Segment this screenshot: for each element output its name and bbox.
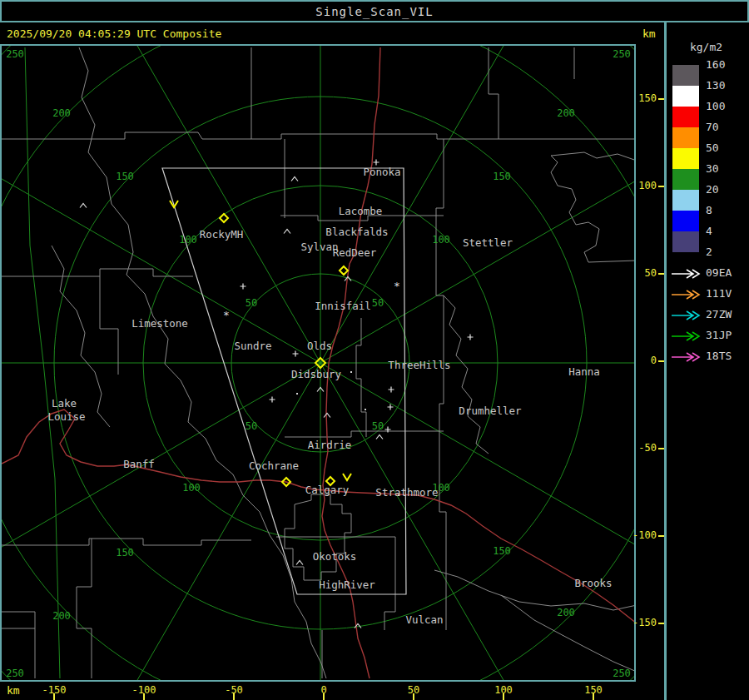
town-caret-marker: [376, 435, 383, 439]
town-caret-marker: [291, 177, 298, 181]
range-ring-label: 250: [613, 668, 631, 679]
city-label: Limestone: [131, 317, 188, 330]
city-label: Banff: [123, 458, 155, 470]
town-plus-marker: [468, 335, 474, 340]
legend-value-label: 100: [706, 100, 742, 112]
range-ring-label: 200: [557, 107, 575, 119]
bottom-axis-tick: [53, 693, 55, 700]
city-label: RockyMH: [200, 228, 244, 241]
town-asterisk-marker: *: [394, 280, 400, 292]
range-ring-label: 150: [493, 545, 511, 557]
radar-site-diamond-marker: [340, 266, 348, 275]
station-arrow-111V: [670, 289, 703, 300]
legend-color-swatch: [672, 211, 699, 231]
scan-timestamp: 2025/09/20 04:05:29 UTC Composite: [7, 27, 221, 40]
town-dot-marker: [398, 494, 399, 496]
city-label: Cochrane: [249, 459, 299, 472]
radar-map[interactable]: 5010015020025050100150200250501001502002…: [2, 46, 634, 680]
right-axis-label: 150: [623, 92, 657, 104]
station-arrow-18TS: [670, 351, 703, 363]
bottom-axis: km -150-100-50050100150: [0, 683, 664, 700]
right-axis-tick: [658, 98, 664, 100]
range-ring-label: 50: [372, 297, 384, 309]
range-ring-label: 50: [246, 297, 257, 309]
right-axis-tick: [658, 273, 664, 275]
station-arrow-icon: [670, 330, 703, 341]
bottom-axis-unit: km: [7, 684, 20, 697]
town-plus-marker: [389, 387, 394, 393]
city-label: Sundre: [234, 340, 271, 352]
station-arrow-27ZW: [670, 310, 703, 321]
city-label: Brooks: [574, 577, 612, 589]
right-axis-tick: [658, 186, 664, 187]
station-arrow-31JP: [670, 330, 703, 342]
right-axis-label: -50: [623, 442, 657, 454]
station-arrow-icon: [670, 309, 703, 320]
legend-color-swatch: [672, 231, 699, 252]
town-caret-marker: [80, 204, 87, 208]
legend-value-label: 2: [706, 246, 742, 258]
range-ring-label: 50: [246, 420, 257, 432]
bottom-axis-tick: [233, 693, 235, 700]
range-ring-label: 100: [179, 234, 197, 246]
city-label: Drumheller: [459, 405, 522, 417]
legend-color-swatch: [672, 190, 699, 211]
right-axis-tick: [658, 448, 664, 449]
right-axis-tick: [658, 535, 664, 537]
range-ring-label: 50: [372, 420, 384, 432]
right-axis-label: 50: [623, 267, 657, 279]
town-asterisk-marker: *: [223, 309, 230, 321]
window-title-bar: Single_Scan_VIL: [0, 0, 749, 22]
legend-color-swatch: [672, 65, 699, 86]
town-plus-marker: [293, 351, 299, 357]
town-caret-marker: [296, 561, 303, 565]
town-plus-marker: [241, 284, 246, 290]
bottom-axis-tick: [503, 693, 504, 700]
city-label: Lacombe: [339, 205, 383, 217]
legend-color-swatch: [672, 169, 699, 190]
legend-panel: kg/m2 1601301007050302084209EA111V27ZW31…: [667, 22, 749, 700]
city-label: Innisfail: [315, 300, 371, 312]
station-arrow-icon: [670, 267, 703, 279]
station-id-label: 18TS: [706, 350, 746, 362]
right-axis-label: 100: [623, 180, 657, 191]
station-id-label: 111V: [706, 287, 746, 300]
city-label: Lake: [52, 397, 77, 410]
radar-radials: [2, 46, 634, 680]
city-label: RedDeer: [333, 246, 377, 259]
bottom-axis-tick: [413, 693, 414, 700]
city-label: Vulcan: [405, 613, 443, 626]
station-id-label: 27ZW: [706, 308, 746, 320]
city-label: Olds: [307, 340, 332, 352]
range-ring-label: 200: [52, 610, 71, 622]
right-axis-tick: [658, 623, 664, 624]
city-label: Louise: [47, 410, 85, 423]
town-dot-marker: [365, 409, 366, 410]
station-id-label: 31JP: [706, 329, 746, 341]
town-plus-marker: [270, 397, 275, 403]
city-label: Stettler: [463, 236, 513, 249]
legend-title: kg/m2: [667, 41, 746, 53]
city-label: Airdrie: [308, 439, 352, 451]
legend-value-label: 4: [706, 225, 742, 237]
town-plus-marker: [374, 160, 379, 166]
city-label: Calgary: [305, 484, 350, 496]
city-label: HighRiver: [319, 578, 375, 591]
town-dot-marker: [350, 371, 352, 373]
town-plus-marker: [388, 405, 394, 410]
bottom-axis-tick: [143, 693, 145, 700]
range-ring-label: 100: [182, 482, 201, 494]
city-label: Hanna: [568, 365, 600, 378]
right-axis: 150100500-50-100-150: [632, 44, 664, 682]
bottom-axis-tick: [593, 693, 594, 700]
right-axis-unit: km: [642, 27, 656, 40]
legend-value-label: 130: [706, 79, 742, 92]
right-axis-label: 0: [623, 355, 657, 366]
station-arrow-09EA: [670, 268, 703, 280]
radar-site-diamond-marker: [220, 214, 228, 222]
window-title: Single_Scan_VIL: [315, 5, 433, 18]
range-ring-label: 200: [557, 607, 575, 618]
legend-value-label: 160: [706, 58, 742, 71]
city-label: Okotoks: [313, 550, 357, 563]
city-label: Ponoka: [363, 166, 400, 178]
